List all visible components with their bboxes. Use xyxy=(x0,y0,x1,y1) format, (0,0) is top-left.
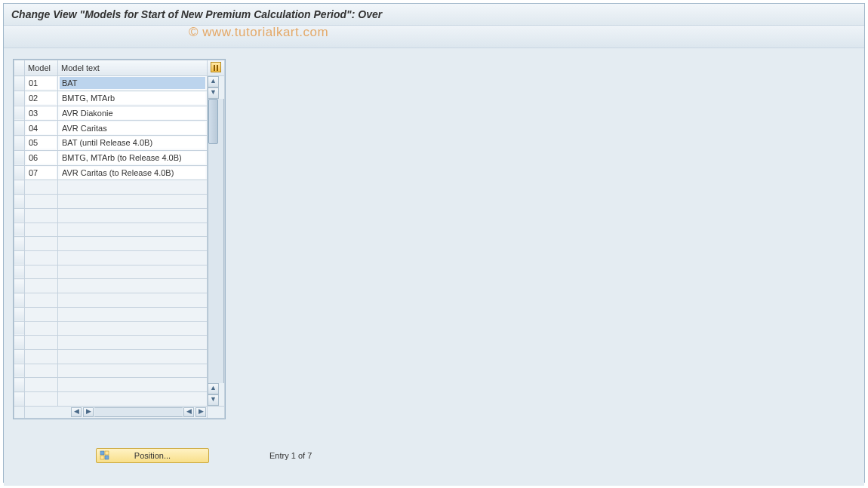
cell-model-text[interactable]: BMTG, MTArb xyxy=(58,91,208,106)
hscroll-corner xyxy=(14,407,25,419)
scroll-up-button[interactable]: ▲ xyxy=(208,76,219,87)
page-title: Change View "Models for Start of New Pre… xyxy=(4,4,864,26)
cell-model[interactable] xyxy=(25,208,58,223)
column-header-model[interactable]: Model xyxy=(25,60,58,76)
cell-model-text[interactable] xyxy=(58,208,208,223)
scroll-track[interactable] xyxy=(208,99,224,383)
cell-model-text[interactable] xyxy=(58,265,208,279)
horizontal-scrollbar[interactable]: ◀▶◀▶ xyxy=(25,407,208,419)
row-selector[interactable] xyxy=(14,392,25,407)
cell-model-text[interactable] xyxy=(58,180,208,195)
row-selector[interactable] xyxy=(14,307,25,321)
cell-model-text[interactable]: AVR Caritas (to Release 4.0B) xyxy=(58,165,208,180)
cell-model-text[interactable] xyxy=(58,364,208,378)
cell-model-text[interactable] xyxy=(58,349,208,364)
cell-model-text[interactable] xyxy=(58,237,208,251)
scroll-left-button-2[interactable]: ◀ xyxy=(183,407,194,417)
cell-model[interactable] xyxy=(25,293,58,308)
select-all-cell[interactable] xyxy=(14,60,25,76)
cell-model[interactable] xyxy=(25,307,58,321)
toolbar xyxy=(4,26,864,48)
row-selector[interactable] xyxy=(14,150,25,165)
row-selector[interactable] xyxy=(14,195,25,209)
cell-model-text[interactable]: BMTG, MTArb (to Release 4.0B) xyxy=(58,150,208,165)
cell-model-text[interactable]: BAT (until Release 4.0B) xyxy=(58,136,208,151)
row-selector[interactable] xyxy=(14,223,25,237)
hscroll-track[interactable] xyxy=(94,407,183,417)
cell-model-text[interactable] xyxy=(58,392,208,407)
scroll-right-button[interactable]: ▶ xyxy=(83,407,94,417)
row-selector[interactable] xyxy=(14,237,25,251)
row-selector[interactable] xyxy=(14,364,25,378)
cell-model[interactable]: 06 xyxy=(25,150,58,165)
row-selector[interactable] xyxy=(14,121,25,136)
row-selector[interactable] xyxy=(14,349,25,364)
cell-model-text[interactable]: AVR Caritas xyxy=(58,121,208,136)
row-selector[interactable] xyxy=(14,76,25,91)
cell-model[interactable] xyxy=(25,349,58,364)
cell-model[interactable]: 04 xyxy=(25,121,58,136)
column-header-model-text[interactable]: Model text xyxy=(58,60,208,76)
row-selector[interactable] xyxy=(14,180,25,195)
cell-model-text[interactable]: BAT xyxy=(58,76,208,91)
cell-model[interactable] xyxy=(25,279,58,293)
cell-model[interactable]: 02 xyxy=(25,91,58,106)
cell-model[interactable] xyxy=(25,195,58,209)
table-row xyxy=(14,237,225,251)
position-icon xyxy=(100,450,110,461)
row-selector[interactable] xyxy=(14,91,25,106)
cell-model[interactable] xyxy=(25,223,58,237)
scroll-left-button[interactable]: ◀ xyxy=(71,407,82,417)
cell-model[interactable] xyxy=(25,237,58,251)
cell-model[interactable] xyxy=(25,392,58,407)
scroll-right-button-2[interactable]: ▶ xyxy=(195,407,206,417)
scroll-down-button-2[interactable]: ▼ xyxy=(208,394,219,406)
row-selector[interactable] xyxy=(14,106,25,121)
cell-model[interactable] xyxy=(25,180,58,195)
cell-model-text[interactable] xyxy=(58,195,208,209)
cell-model[interactable] xyxy=(25,250,58,265)
cell-model-text[interactable] xyxy=(58,378,208,392)
horizontal-scrollbar-row: ◀▶◀▶ xyxy=(14,407,225,419)
cell-model-text[interactable] xyxy=(58,321,208,336)
scroll-up-button-2[interactable]: ▲ xyxy=(208,383,219,394)
scroll-thumb[interactable] xyxy=(208,99,218,144)
row-selector[interactable] xyxy=(14,336,25,350)
cell-model[interactable] xyxy=(25,321,58,336)
table-row xyxy=(14,279,225,293)
row-selector[interactable] xyxy=(14,378,25,392)
table-row xyxy=(14,208,225,223)
row-selector[interactable] xyxy=(14,265,25,279)
row-selector[interactable] xyxy=(14,279,25,293)
cell-model[interactable] xyxy=(25,336,58,350)
cell-model-text[interactable] xyxy=(58,223,208,237)
svg-rect-3 xyxy=(105,456,109,459)
cell-model[interactable] xyxy=(25,378,58,392)
vertical-scrollbar[interactable]: ▲▼▲▼ xyxy=(208,76,225,407)
table-header-row: Model Model text xyxy=(14,60,225,76)
cell-model-text[interactable] xyxy=(58,336,208,350)
cell-model-text[interactable]: AVR Diakonie xyxy=(58,106,208,121)
position-button[interactable]: Position... xyxy=(96,448,209,463)
cell-model-text[interactable] xyxy=(58,250,208,265)
cell-model[interactable]: 01 xyxy=(25,76,58,91)
cell-model[interactable]: 03 xyxy=(25,106,58,121)
cell-model-text[interactable] xyxy=(58,293,208,308)
cell-model[interactable] xyxy=(25,364,58,378)
cell-model-text[interactable] xyxy=(58,307,208,321)
table-row xyxy=(14,336,225,350)
cell-model-text[interactable] xyxy=(58,279,208,293)
row-selector[interactable] xyxy=(14,250,25,265)
row-selector[interactable] xyxy=(14,208,25,223)
row-selector[interactable] xyxy=(14,293,25,308)
footer-row: Position... Entry 1 of 7 xyxy=(13,448,312,463)
column-config-button[interactable] xyxy=(208,60,225,76)
row-selector[interactable] xyxy=(14,321,25,336)
svg-rect-0 xyxy=(100,451,104,455)
scroll-down-button[interactable]: ▼ xyxy=(208,87,219,99)
cell-model[interactable] xyxy=(25,265,58,279)
row-selector[interactable] xyxy=(14,165,25,180)
cell-model[interactable]: 05 xyxy=(25,136,58,151)
row-selector[interactable] xyxy=(14,136,25,151)
cell-model[interactable]: 07 xyxy=(25,165,58,180)
